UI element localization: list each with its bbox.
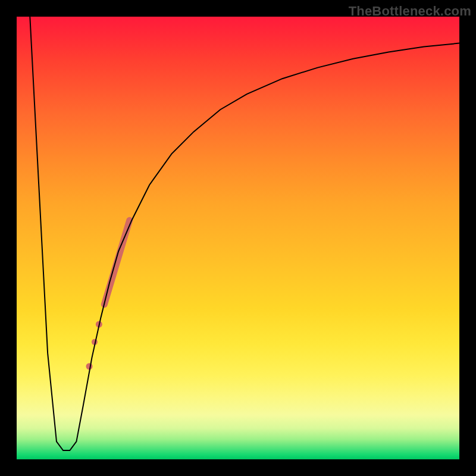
dot-3 bbox=[86, 363, 93, 369]
markers bbox=[86, 220, 130, 369]
dot-1 bbox=[96, 321, 102, 328]
highlight-segment bbox=[104, 220, 129, 304]
bottleneck-curve-path bbox=[30, 17, 459, 450]
curve-layer bbox=[17, 17, 459, 459]
dot-2 bbox=[92, 339, 98, 345]
chart-frame: TheBottleneck.com bbox=[0, 0, 476, 476]
plot-area bbox=[17, 17, 459, 459]
